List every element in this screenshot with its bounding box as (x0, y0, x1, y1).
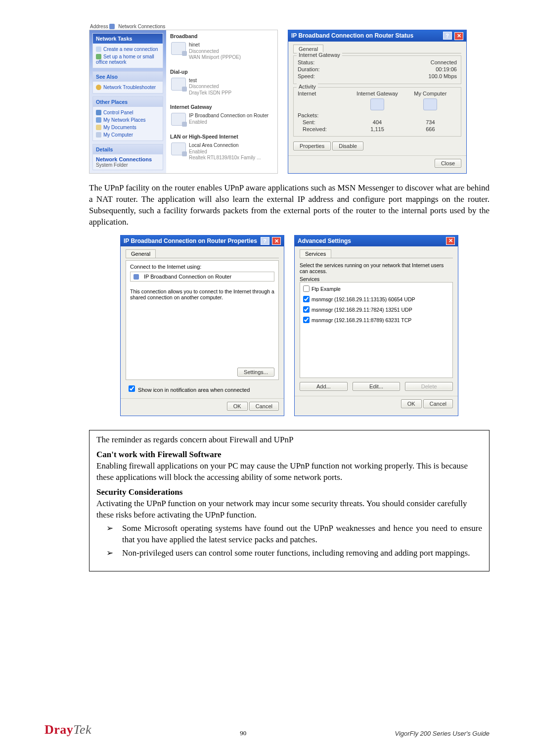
status-dialog: IP Broadband Connection on Router Status… (288, 30, 467, 174)
close-icon[interactable]: ✕ (454, 32, 463, 40)
conn-state: Enabled (189, 119, 268, 126)
recv-label: Received: (298, 126, 351, 132)
sidebar-link-my-computer[interactable]: My Computer (96, 131, 160, 139)
duration-label: Duration: (298, 66, 320, 72)
sidebar-head-details: Details (93, 144, 163, 154)
tab-services[interactable]: Services (300, 249, 331, 258)
connect-using-label: Connect to the Internet using: (130, 264, 274, 270)
services-list-label: Services (300, 276, 453, 282)
packets-label: Packets: (298, 112, 351, 118)
conn-name: IP Broadband Connection on Router (189, 113, 268, 119)
tab-general[interactable]: General (126, 249, 156, 258)
dialog-titlebar: IP Broadband Connection on Router Status… (288, 30, 466, 42)
address-bar: Address Network Connections (90, 24, 165, 29)
group-activity: Activity Internet Internet Gateway My Co… (293, 87, 461, 137)
service-checkbox[interactable] (303, 285, 310, 292)
legend-ig: Internet Gateway (297, 52, 342, 58)
dialog-titlebar: Advanced Settings ✕ (295, 236, 458, 246)
service-row[interactable]: Ftp Example (301, 284, 451, 294)
network-places-icon (96, 117, 101, 123)
group-dialup: Dial-up (166, 66, 277, 76)
connection-name: IP Broadband Connection on Router (144, 274, 231, 280)
reminder-p2: Activating the UPnP function on your net… (96, 498, 482, 521)
notification-checkbox[interactable] (129, 385, 135, 392)
sidebar-link-new-connection[interactable]: Create a new connection (96, 46, 160, 53)
service-checkbox[interactable] (303, 306, 310, 313)
sidebar-link-control-panel[interactable]: Control Panel (96, 109, 160, 116)
sidebar-link-my-documents[interactable]: My Documents (96, 124, 160, 131)
folder-icon (96, 125, 101, 130)
speed-label: Speed: (298, 73, 315, 79)
sidebar-link-my-network-places[interactable]: My Network Places (96, 116, 160, 124)
help-icon[interactable]: ? (261, 237, 269, 245)
service-row[interactable]: msnmsgr (192.168.29.11:8789) 63231 TCP (301, 315, 451, 325)
ok-button[interactable]: OK (227, 402, 248, 411)
properties-button[interactable]: Properties (293, 142, 331, 150)
conn-device: Realtek RTL8139/810x Family ... (189, 155, 261, 161)
settings-button[interactable]: Settings... (237, 368, 274, 377)
page-number: 90 (240, 729, 246, 737)
connection-icon (171, 113, 186, 126)
conn-item-ig[interactable]: IP Broadband Connection on Router Enable… (166, 111, 277, 131)
reminder-h2: Security Considerations (96, 487, 482, 497)
bulb-icon (96, 85, 101, 90)
address-value: Network Connections (118, 24, 165, 29)
conn-state: Enabled (189, 149, 261, 155)
network-icon (134, 274, 139, 280)
screenshot-network-connections: Network Tasks Create a new connection Se… (89, 30, 490, 174)
service-checkbox[interactable] (303, 317, 310, 323)
group-internet-gateway: Internet Gateway (166, 101, 277, 111)
services-listbox[interactable]: Ftp Example msnmsgr (192.168.29.11:13135… (300, 282, 453, 378)
sidebar-link-setup-network[interactable]: Set up a home or small office network (96, 53, 160, 66)
disable-button[interactable]: Disable (332, 142, 363, 150)
control-panel-icon (96, 110, 101, 115)
conn-state: Disconnected (189, 84, 231, 90)
close-icon[interactable]: ✕ (446, 237, 455, 245)
computer-icon (96, 132, 101, 138)
speed-value: 100.0 Mbps (429, 73, 457, 79)
properties-dialog: IP Broadband Connection on Router Proper… (120, 235, 284, 417)
conn-name: hinet (189, 42, 241, 48)
bullet-1: ➢Some Microsoft operating systems have f… (96, 522, 482, 547)
notification-checkbox-row[interactable]: Show icon in notification area when conn… (126, 380, 279, 393)
close-button[interactable]: Close (435, 159, 461, 168)
add-button[interactable]: Add... (300, 382, 348, 391)
connection-desc: This connection allows you to connect to… (130, 288, 274, 300)
close-icon[interactable]: ✕ (272, 237, 281, 245)
connections-list: Broadband hinet Disconnected WAN Minipor… (166, 30, 277, 173)
cancel-button[interactable]: Cancel (423, 399, 453, 408)
conn-item-hinet[interactable]: hinet Disconnected WAN Miniport (PPPOE) (166, 40, 277, 66)
edit-button[interactable]: Edit... (353, 382, 400, 391)
sent-ig: 404 (351, 119, 403, 125)
delete-button[interactable]: Delete (405, 382, 453, 391)
conn-item-lan[interactable]: Local Area Connection Enabled Realtek RT… (166, 141, 277, 166)
recv-my: 666 (404, 126, 457, 132)
ok-button[interactable]: OK (401, 399, 422, 408)
sidebar-head-tasks: Network Tasks (93, 34, 163, 44)
reminder-intro: The reminder as regards concern about Fi… (96, 434, 482, 446)
advanced-settings-dialog: Advanced Settings ✕ Services Select the … (294, 235, 458, 417)
wizard-icon (96, 47, 101, 52)
sidebar-head-seealso: See Also (93, 72, 163, 82)
service-checkbox[interactable] (303, 296, 310, 302)
service-row[interactable]: msnmsgr (192.168.29.11:7824) 13251 UDP (301, 304, 451, 315)
conn-item-test[interactable]: test Disconnected DrayTek ISDN PPP (166, 76, 277, 101)
group-lan: LAN or High-Speed Internet (166, 131, 277, 141)
guide-name: VigorFly 200 Series User's Guide (395, 730, 490, 737)
pc-icon (423, 98, 437, 110)
cancel-button[interactable]: Cancel (249, 402, 279, 411)
netconn-icon (109, 24, 115, 29)
duration-value: 00:19:06 (436, 66, 457, 72)
sent-label: Sent: (298, 119, 351, 125)
reminder-h1: Can't work with Firewall Software (96, 450, 482, 460)
services-blurb: Select the services running on your netw… (300, 260, 453, 276)
status-label: Status: (298, 59, 314, 65)
service-row[interactable]: msnmsgr (192.168.29.11:13135) 60654 UDP (301, 294, 451, 304)
network-connections-window: Network Tasks Create a new connection Se… (89, 30, 278, 174)
help-icon[interactable]: ? (443, 32, 452, 40)
conn-name: Local Area Connection (189, 142, 261, 149)
connection-icon (171, 78, 186, 91)
sidebar-head-other: Other Places (93, 97, 163, 107)
sidebar-link-troubleshooter[interactable]: Network Troubleshooter (96, 84, 160, 91)
recv-ig: 1,115 (351, 126, 403, 132)
